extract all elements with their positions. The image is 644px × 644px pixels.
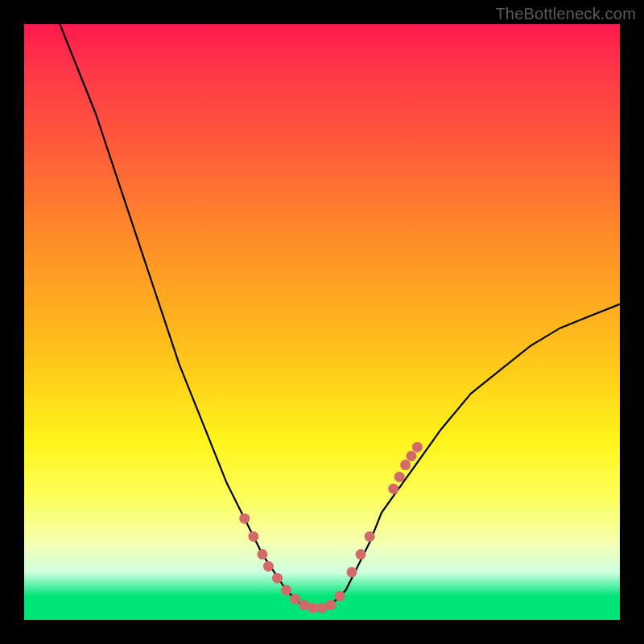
- curve-marker: [272, 573, 283, 584]
- curve-marker: [317, 603, 328, 613]
- curve-marker: [388, 484, 398, 494]
- curve-marker: [347, 567, 357, 577]
- watermark-text: TheBottleneck.com: [495, 5, 636, 23]
- curve-marker: [248, 531, 258, 542]
- curve-marker: [308, 603, 318, 613]
- curve-marker: [400, 460, 411, 470]
- curve-marker: [394, 472, 405, 482]
- curve-marker: [263, 561, 274, 572]
- curve-marker: [407, 451, 417, 461]
- curve-marker: [290, 594, 300, 605]
- curve-marker: [356, 549, 366, 559]
- chart-frame: TheBottleneck.com: [0, 0, 644, 644]
- curve-marker: [258, 549, 268, 559]
- curve-marker: [299, 600, 309, 610]
- bottleneck-curve: [60, 24, 620, 608]
- curve-marker: [281, 585, 291, 596]
- curve-marker: [326, 600, 336, 610]
- curve-marker: [412, 442, 423, 452]
- curve-svg: [24, 24, 620, 620]
- curve-marker: [335, 591, 345, 601]
- curve-markers: [239, 442, 423, 613]
- curve-marker: [365, 531, 375, 542]
- curve-marker: [239, 514, 250, 524]
